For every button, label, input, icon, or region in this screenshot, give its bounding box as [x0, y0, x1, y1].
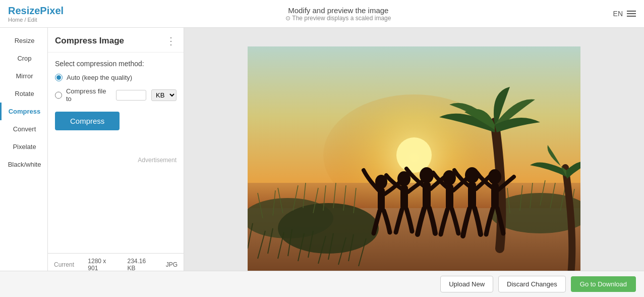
sidebar-item-resize[interactable]: Resize: [0, 32, 47, 49]
sidebar-item-compress[interactable]: Compress: [0, 103, 47, 120]
option-file-size-label: Compress file to: [66, 87, 110, 103]
logo: ResizePixel Home / Edit: [8, 5, 64, 23]
sidebar-item-rotate[interactable]: Rotate: [0, 85, 47, 103]
option-auto-label: Auto (keep the quality): [67, 74, 132, 81]
svg-point-35: [488, 169, 501, 184]
go-to-download-button[interactable]: Go to Download: [571, 276, 636, 292]
sidebar-item-crop[interactable]: Crop: [0, 49, 47, 67]
bottom-bar: Upload New Discard Changes Go to Downloa…: [0, 271, 644, 297]
panel-content: Select compression method: Auto (keep th…: [48, 53, 184, 153]
language-selector[interactable]: EN: [613, 10, 623, 18]
upload-new-button[interactable]: Upload New: [440, 276, 493, 292]
option-file-size[interactable]: Compress file to KB MB: [55, 87, 177, 103]
panel-title: Compress Image: [55, 36, 124, 46]
svg-point-29: [420, 167, 434, 183]
radio-group: Auto (keep the quality) Compress file to…: [55, 74, 177, 103]
option-auto[interactable]: Auto (keep the quality): [55, 74, 177, 81]
breadcrumb: Home / Edit: [8, 17, 64, 23]
main-title: Modify and preview the image: [285, 6, 391, 15]
advertisement-label: Advertisement: [48, 153, 184, 168]
logo-title[interactable]: ResizePixel: [8, 5, 64, 17]
sidebar-item-pixelate[interactable]: Pixelate: [0, 138, 47, 156]
panel-header: Compress Image ⋮: [48, 28, 184, 53]
header-right: EN: [613, 10, 636, 18]
sidebar: Resize Crop Mirror Rotate Compress Conve…: [0, 28, 48, 297]
sidebar-item-mirror[interactable]: Mirror: [0, 67, 47, 85]
compress-panel: Compress Image ⋮ Select compression meth…: [48, 28, 184, 297]
header-center: Modify and preview the image ⊙ The previ…: [285, 6, 391, 22]
compress-button[interactable]: Compress: [55, 112, 120, 130]
panel-menu-icon[interactable]: ⋮: [166, 35, 177, 47]
radio-auto[interactable]: [55, 74, 63, 81]
radio-file-size[interactable]: [55, 91, 62, 99]
main-layout: Resize Crop Mirror Rotate Compress Conve…: [0, 28, 644, 297]
image-container: [184, 28, 644, 297]
hamburger-menu[interactable]: [627, 11, 636, 17]
discard-changes-button[interactable]: Discard Changes: [498, 276, 566, 292]
file-size-input[interactable]: [116, 90, 146, 101]
compression-label: Select compression method:: [55, 60, 177, 68]
sidebar-item-convert[interactable]: Convert: [0, 120, 47, 138]
preview-note: ⊙ The preview displays a scaled image: [285, 15, 391, 22]
beach-image: [248, 46, 580, 279]
preview-area: [184, 28, 644, 297]
unit-select[interactable]: KB MB: [151, 89, 177, 101]
sidebar-item-blackwhite[interactable]: Black/white: [0, 156, 47, 173]
header: ResizePixel Home / Edit Modify and previ…: [0, 0, 644, 28]
